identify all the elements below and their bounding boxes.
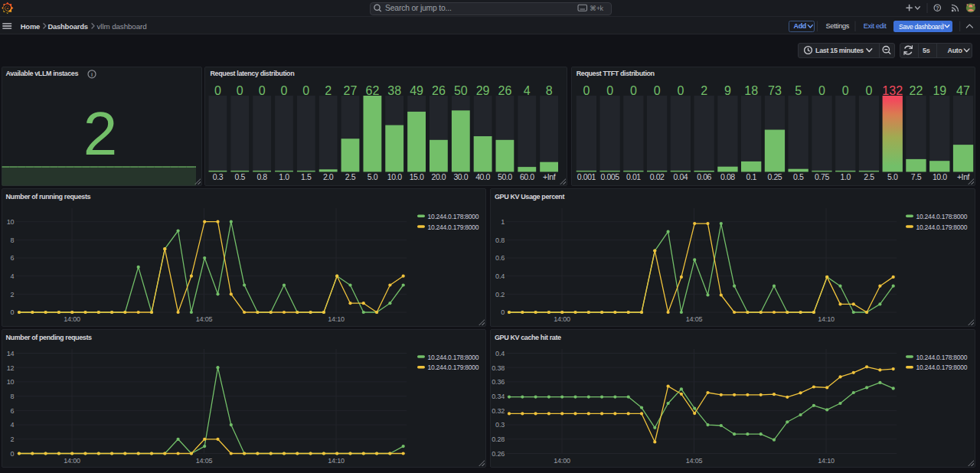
svg-text:5.0: 5.0 — [368, 172, 378, 181]
svg-text:1.0: 1.0 — [279, 172, 289, 181]
svg-text:0.32: 0.32 — [492, 407, 505, 415]
svg-text:0: 0 — [866, 84, 873, 97]
svg-text:2: 2 — [325, 84, 332, 97]
svg-text:0.25: 0.25 — [767, 172, 782, 181]
svg-text:0.8: 0.8 — [256, 172, 267, 181]
svg-text:10.0: 10.0 — [933, 172, 947, 181]
svg-text:49: 49 — [410, 84, 423, 97]
svg-text:0.3: 0.3 — [495, 421, 505, 429]
svg-text:+Inf: +Inf — [543, 172, 556, 181]
svg-text:14:00: 14:00 — [64, 315, 80, 323]
svg-text:0.08: 0.08 — [720, 172, 735, 181]
svg-text:10.244.0.179:8000: 10.244.0.179:8000 — [428, 223, 479, 231]
svg-text:0: 0 — [214, 84, 221, 97]
svg-text:4: 4 — [524, 84, 531, 97]
svg-text:14:05: 14:05 — [196, 457, 213, 465]
svg-text:10: 10 — [7, 378, 15, 386]
svg-text:26: 26 — [432, 84, 446, 97]
svg-text:20.0: 20.0 — [431, 172, 446, 181]
svg-text:73: 73 — [768, 84, 782, 97]
svg-text:0.1: 0.1 — [746, 172, 756, 181]
svg-text:0: 0 — [237, 84, 243, 97]
svg-text:2.5: 2.5 — [864, 172, 874, 181]
svg-text:8: 8 — [546, 84, 553, 97]
svg-text:10.244.0.178:8000: 10.244.0.178:8000 — [428, 354, 479, 361]
svg-text:2: 2 — [10, 435, 14, 443]
svg-text:0.04: 0.04 — [673, 172, 688, 181]
svg-text:12: 12 — [7, 364, 15, 372]
svg-text:132: 132 — [882, 84, 903, 97]
svg-text:14:00: 14:00 — [554, 315, 570, 323]
svg-text:10: 10 — [7, 218, 15, 226]
svg-text:18: 18 — [744, 84, 758, 97]
svg-text:0: 0 — [501, 308, 505, 316]
svg-text:6: 6 — [10, 407, 14, 415]
svg-text:0.001: 0.001 — [577, 172, 596, 181]
svg-text:14:10: 14:10 — [328, 315, 345, 323]
svg-text:0.01: 0.01 — [626, 172, 641, 181]
svg-text:2.5: 2.5 — [345, 172, 356, 181]
svg-text:10.244.0.179:8000: 10.244.0.179:8000 — [916, 223, 968, 231]
svg-text:50.0: 50.0 — [498, 172, 512, 181]
svg-text:0: 0 — [10, 308, 14, 316]
svg-text:8: 8 — [10, 393, 14, 400]
svg-text:14:00: 14:00 — [554, 457, 570, 465]
svg-text:22: 22 — [910, 84, 923, 97]
svg-text:0: 0 — [842, 84, 849, 97]
svg-text:10.244.0.178:8000: 10.244.0.178:8000 — [428, 213, 479, 220]
svg-text:0.2: 0.2 — [495, 291, 505, 298]
svg-text:0.06: 0.06 — [697, 172, 711, 181]
svg-text:5: 5 — [795, 84, 802, 97]
svg-text:14:05: 14:05 — [686, 315, 703, 323]
svg-text:40.0: 40.0 — [475, 172, 490, 181]
svg-text:38: 38 — [387, 84, 401, 97]
svg-text:10.244.0.178:8000: 10.244.0.178:8000 — [916, 354, 968, 361]
svg-text:0.6: 0.6 — [495, 254, 505, 262]
svg-text:2: 2 — [701, 84, 707, 97]
svg-text:14: 14 — [7, 350, 15, 357]
svg-text:0: 0 — [606, 84, 613, 97]
svg-text:14:10: 14:10 — [328, 457, 345, 465]
svg-text:1.0: 1.0 — [840, 172, 851, 181]
svg-text:60.0: 60.0 — [520, 172, 534, 181]
svg-text:14:05: 14:05 — [196, 315, 213, 323]
svg-text:1: 1 — [501, 218, 505, 226]
svg-text:0.8: 0.8 — [495, 236, 505, 244]
svg-text:0: 0 — [280, 84, 287, 97]
svg-text:2.0: 2.0 — [323, 172, 334, 181]
svg-text:0.5: 0.5 — [234, 172, 245, 181]
svg-text:8: 8 — [10, 236, 14, 244]
svg-text:10.244.0.178:8000: 10.244.0.178:8000 — [916, 213, 968, 220]
svg-text:47: 47 — [956, 84, 970, 97]
svg-text:0: 0 — [818, 84, 825, 97]
svg-text:0.4: 0.4 — [495, 350, 505, 357]
svg-text:0.3: 0.3 — [213, 172, 224, 181]
svg-text:0: 0 — [654, 84, 661, 97]
svg-text:i: i — [91, 71, 93, 78]
svg-text:62: 62 — [366, 84, 380, 97]
svg-text:0.005: 0.005 — [600, 172, 619, 181]
svg-text:14:10: 14:10 — [818, 315, 835, 323]
svg-text:10.244.0.179:8000: 10.244.0.179:8000 — [428, 364, 479, 371]
svg-text:0.02: 0.02 — [650, 172, 665, 181]
svg-text:30.0: 30.0 — [453, 172, 468, 181]
svg-text:0.75: 0.75 — [815, 172, 829, 181]
svg-text:+Inf: +Inf — [957, 172, 970, 181]
svg-text:6: 6 — [10, 254, 14, 262]
svg-text:0.5: 0.5 — [793, 172, 804, 181]
svg-text:0: 0 — [10, 450, 14, 458]
svg-text:2: 2 — [10, 291, 14, 298]
svg-text:0: 0 — [259, 84, 266, 97]
svg-text:19: 19 — [933, 84, 946, 97]
svg-text:50: 50 — [454, 84, 468, 97]
svg-text:0.38: 0.38 — [492, 364, 505, 372]
svg-text:7.5: 7.5 — [911, 172, 922, 181]
svg-text:15.0: 15.0 — [410, 172, 424, 181]
svg-text:10.244.0.179:8000: 10.244.0.179:8000 — [916, 364, 968, 371]
svg-text:27: 27 — [344, 84, 358, 97]
svg-text:0.26: 0.26 — [492, 450, 505, 458]
svg-text:4: 4 — [10, 421, 14, 429]
svg-text:0: 0 — [630, 84, 637, 97]
svg-text:?: ? — [936, 5, 939, 11]
svg-text:26: 26 — [498, 84, 512, 97]
